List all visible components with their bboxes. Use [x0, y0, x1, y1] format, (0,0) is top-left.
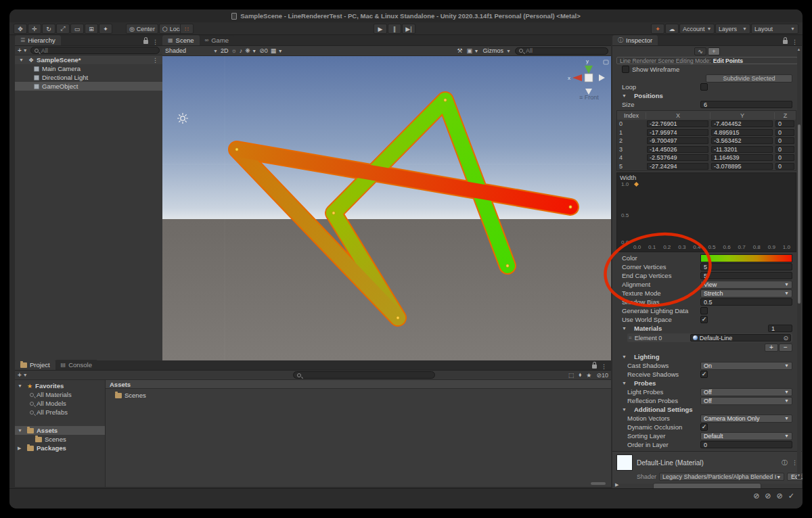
y-field[interactable]: 4.895915 [711, 129, 773, 136]
size-field[interactable]: 6 [700, 101, 792, 108]
tab-console[interactable]: ▤ Console [55, 360, 97, 370]
preview-foldout-arrow-icon[interactable]: ▶ [615, 482, 622, 488]
subdivide-selected-button[interactable]: Subdivide Selected [706, 74, 792, 83]
shader-dropdown[interactable]: Legacy Shaders/Particles/Alpha Blended I… [659, 473, 784, 481]
object-picker-icon[interactable]: ⊙ [783, 335, 788, 342]
show-wireframe-checkbox[interactable] [622, 66, 629, 73]
notifications-muted-icon[interactable]: ⊘ [753, 492, 759, 500]
layout-dropdown[interactable]: Layout▼ [751, 24, 798, 34]
create-asset-button[interactable]: +▼ [18, 371, 28, 379]
hierarchy-item-directional-light[interactable]: Directional Light [15, 73, 162, 82]
material-element-row[interactable]: = Element 0 Default-Line ⊙ [627, 333, 792, 342]
order-in-layer-field[interactable]: 0 [700, 441, 792, 448]
foldout-arrow-icon[interactable]: ▼ [19, 57, 26, 62]
gizmos-dropdown[interactable]: Gizmos▼ [483, 47, 511, 54]
tab-game[interactable]: ∞ Game [200, 35, 235, 45]
y-field[interactable]: -7.404452 [711, 120, 773, 127]
add-material-button[interactable]: + [765, 344, 778, 352]
favorites-label[interactable]: Favorites [35, 382, 64, 390]
generate-lighting-data-checkbox[interactable] [700, 307, 708, 314]
grid-snapping-button[interactable]: ∷ [180, 24, 194, 34]
package-manager-muted-icon[interactable]: ⊘ [765, 492, 771, 500]
inspector-scrollbar[interactable] [797, 47, 801, 479]
y-field[interactable]: -11.3201 [711, 146, 773, 153]
hand-tool-button[interactable]: ✥ [14, 24, 27, 34]
foldout-arrow-icon[interactable]: ▼ [622, 326, 629, 331]
transform-tool-button[interactable]: ⊞ [85, 24, 98, 34]
use-world-space-checkbox[interactable]: ✓ [700, 316, 708, 323]
scene-search-input[interactable]: All [515, 47, 608, 55]
help-icon[interactable]: ⓘ [782, 458, 788, 467]
asset-item-scenes[interactable]: Scenes [106, 391, 611, 400]
scene-audio-toggle-icon[interactable]: ♪ [240, 47, 243, 54]
cast-shadows-dropdown[interactable]: On▼ [700, 362, 792, 370]
dynamic-occlusion-checkbox[interactable]: ✓ [700, 423, 708, 431]
x-field[interactable]: -9.700497 [647, 137, 708, 144]
scroll-up-icon[interactable]: ▲ [796, 47, 801, 52]
z-field[interactable]: 0 [775, 154, 794, 161]
collab-button[interactable]: ✦ [651, 24, 664, 34]
additional-settings-foldout[interactable]: Additional Settings [631, 406, 693, 413]
materials-count-field[interactable]: 1 [768, 325, 792, 332]
z-field[interactable]: 0 [775, 146, 794, 153]
scale-tool-button[interactable]: ⤢ [56, 24, 70, 34]
z-field[interactable]: 0 [775, 129, 794, 136]
z-field[interactable]: 0 [775, 120, 794, 127]
probes-foldout[interactable]: Probes [631, 379, 656, 387]
camera-settings-icon[interactable]: ▣ ▼ [467, 47, 479, 54]
foldout-arrow-icon[interactable]: ▼ [622, 93, 629, 98]
panel-menu-icon[interactable]: ⋮ [152, 39, 158, 45]
color-gradient-field[interactable] [700, 254, 792, 262]
z-field[interactable]: 0 [775, 137, 794, 144]
edit-curve-mode-button[interactable]: ∿ [694, 47, 706, 55]
lock-icon[interactable] [592, 364, 597, 369]
scene-row[interactable]: ▼ ❖ SampleScene* ⋮ [15, 55, 162, 64]
corner-vertices-field[interactable]: 5 [700, 263, 792, 270]
scene-menu-icon[interactable]: ⋮ [152, 57, 162, 64]
remove-material-button[interactable]: − [779, 344, 792, 352]
status-ok-icon[interactable]: ✓ [788, 492, 794, 500]
x-field[interactable]: -17.95974 [647, 129, 708, 136]
horizontal-scrollbar[interactable] [591, 482, 606, 485]
scene-render[interactable]: y x ≡ Front [162, 56, 611, 360]
loop-checkbox[interactable] [700, 83, 708, 91]
play-button[interactable]: ▶ [374, 24, 387, 34]
hierarchy-item-main-camera[interactable]: Main Camera [15, 64, 162, 73]
hierarchy-search-input[interactable]: All [30, 47, 160, 54]
foldout-arrow-icon[interactable]: ▼ [622, 354, 629, 359]
search-by-type-icon[interactable]: ⬚ [568, 372, 574, 379]
hidden-count[interactable]: ⊘10 [596, 372, 608, 379]
foldout-arrow-icon[interactable]: ▶ [18, 446, 24, 451]
positions-foldout[interactable]: Positions [631, 92, 663, 99]
2d-toggle-button[interactable]: 2D [221, 47, 229, 54]
scrollbar-thumb[interactable] [798, 124, 800, 304]
account-dropdown[interactable]: Account▼ [679, 24, 715, 34]
favorite-item-all-prefabs[interactable]: All Prefabs [15, 408, 105, 417]
alignment-dropdown[interactable]: View▼ [700, 281, 792, 289]
sorting-layer-dropdown[interactable]: Default▼ [700, 432, 792, 440]
lighting-foldout[interactable]: Lighting [631, 353, 659, 360]
edit-points-mode-button[interactable]: + [708, 47, 720, 55]
curve-key-icon[interactable] [634, 182, 639, 187]
hierarchy-item-gameobject[interactable]: GameObject [15, 82, 162, 91]
tree-item-scenes[interactable]: Scenes [15, 435, 105, 444]
cloud-button[interactable]: ☁ [665, 24, 679, 34]
tab-scene[interactable]: ▦ Scene [162, 35, 200, 45]
material-object-field[interactable]: Default-Line ⊙ [690, 334, 791, 342]
light-probes-dropdown[interactable]: Off▼ [700, 388, 792, 396]
width-curve-editor[interactable]: Width 1.0 0.5 0.0 0.00.10.20.30.40.50.60… [616, 172, 796, 252]
panel-menu-icon[interactable]: ⋮ [792, 39, 798, 45]
foldout-arrow-icon[interactable]: ▼ [18, 383, 24, 388]
foldout-arrow-icon[interactable]: ▼ [622, 381, 629, 385]
scroll-down-icon[interactable]: ▼ [796, 473, 801, 478]
rotate-tool-button[interactable]: ↻ [42, 24, 55, 34]
tree-item-packages[interactable]: ▶ Packages [15, 444, 105, 452]
y-field[interactable]: -3.078895 [711, 163, 773, 170]
component-tools-icon[interactable]: ⚒ [457, 47, 463, 54]
foldout-arrow-icon[interactable]: ▼ [18, 428, 24, 433]
grid-visibility-icon[interactable]: ▦ ▼ [271, 47, 283, 54]
scene-viewport[interactable]: y x ≡ Front [162, 56, 611, 360]
y-field[interactable]: -3.563452 [711, 137, 773, 144]
favorite-item-all-models[interactable]: All Models [15, 399, 105, 408]
x-field[interactable]: -22.76901 [647, 120, 708, 127]
